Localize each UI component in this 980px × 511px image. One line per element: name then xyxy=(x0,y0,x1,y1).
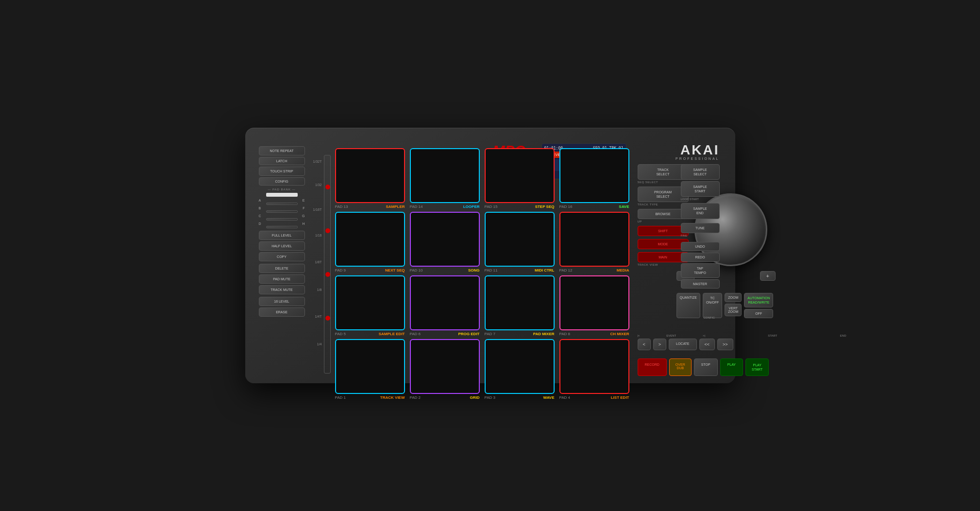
full-level-button[interactable]: FULL LEVEL xyxy=(259,231,305,240)
pad-11[interactable] xyxy=(485,212,555,267)
config-sub-label: CONFIG xyxy=(704,316,715,319)
pad-cell-7: PAD 7 PAD MIXER xyxy=(485,275,555,336)
nav-right-button[interactable]: > xyxy=(653,339,666,350)
locate-button[interactable]: LOCATE xyxy=(669,339,697,350)
quantize-button[interactable]: QUANTIZE xyxy=(676,293,700,318)
pad-8-func: CH MIXER xyxy=(610,332,629,336)
zoom-button[interactable]: ZOOM xyxy=(725,293,742,302)
redo-button[interactable]: REDO xyxy=(681,253,720,262)
sample-end-button[interactable]: SAMPLEEND xyxy=(681,203,720,219)
pad-13[interactable] xyxy=(335,148,405,203)
pad-row-2: PAD 9 NEXT SEQ PAD 10 SONG PAD 1 xyxy=(335,212,629,273)
pad-cell-12: PAD 12 MEDIA xyxy=(559,212,629,273)
sample-start-button[interactable]: SAMPLESTART xyxy=(681,181,720,197)
pad-9-func: NEXT SEQ xyxy=(385,268,405,273)
half-level-button[interactable]: HALF LEVEL xyxy=(259,241,305,251)
pad-3[interactable] xyxy=(485,339,555,394)
undo-button[interactable]: UNDO xyxy=(681,242,720,251)
pad-cell-6: PAD 6 PROG EDIT xyxy=(410,275,480,336)
pad-bank-f: F xyxy=(303,206,304,210)
pad-3-num: PAD 3 xyxy=(485,395,496,400)
pad-2[interactable] xyxy=(410,339,480,394)
pad-cell-15: PAD 15 STEP SEQ xyxy=(485,148,555,209)
pad-bank-label: — PAD BANK — xyxy=(259,188,305,191)
pad-mute-button[interactable]: PAD MUTE xyxy=(259,274,305,284)
indicator-4 xyxy=(325,316,330,321)
pad-13-func: SAMPLER xyxy=(386,204,405,209)
pad-cell-5: PAD 5 SAMPLE EDIT xyxy=(335,275,405,336)
loop-start-label: LOOP START xyxy=(681,198,720,201)
nav-end-label: END xyxy=(840,334,846,337)
pad-12-func: MEDIA xyxy=(617,268,629,273)
pad-12[interactable] xyxy=(559,212,629,267)
pad-16[interactable] xyxy=(559,148,629,203)
automation-button[interactable]: AUTOMATIONREAD/WRITE xyxy=(744,293,773,307)
plus-button[interactable]: + xyxy=(760,271,776,281)
pad-bank-h: H xyxy=(302,222,304,225)
middle-controls-row: QUANTIZE TCON/OFF ZOOM VERT ZOOM AUTOMAT… xyxy=(676,293,774,318)
pad-8[interactable] xyxy=(559,275,629,330)
copy-button[interactable]: COPY xyxy=(259,252,305,261)
master-button[interactable]: MASTER xyxy=(681,279,720,289)
config-button[interactable]: CONFIG xyxy=(259,177,305,186)
nav-iright-label: >| xyxy=(703,334,705,337)
tune-button[interactable]: TUNE xyxy=(681,223,720,233)
nav-left-button[interactable]: < xyxy=(638,339,651,350)
touch-strip-button[interactable]: TOUCH STRIP xyxy=(259,167,305,176)
track-mute-button[interactable]: TRACK MUTE xyxy=(259,285,305,294)
latch-button[interactable]: LATCH xyxy=(259,157,305,165)
indicator-3 xyxy=(325,272,330,277)
tc-onoff-button[interactable]: TCON/OFF xyxy=(703,293,722,318)
pad-6-num: PAD 6 xyxy=(410,332,421,336)
pad-row-1: PAD 13 SAMPLER PAD 14 LOOPER PAD xyxy=(335,148,629,209)
note-repeat-button[interactable]: NOTE REPEAT xyxy=(259,146,305,155)
stop-button[interactable]: STOP xyxy=(694,358,718,376)
record-button[interactable]: RECORD xyxy=(638,358,667,376)
pad-1[interactable] xyxy=(335,339,405,394)
pad-7[interactable] xyxy=(485,275,555,330)
pad-bank-slider-cg xyxy=(266,218,298,221)
pad-10[interactable] xyxy=(410,212,480,267)
plus-button-area: + xyxy=(760,271,776,281)
pad-cell-2: PAD 2 GRID xyxy=(410,339,480,400)
overdub-button[interactable]: OVER DUB xyxy=(669,358,692,376)
pad-cell-16: PAD 16 SAVE xyxy=(559,148,629,209)
pad-9[interactable] xyxy=(335,212,405,267)
sixteen-level-button[interactable]: 16 LEVEL xyxy=(259,297,305,306)
off-button[interactable]: OFF xyxy=(744,309,773,318)
mpc-studio-device: MPC STUDIO AKAI PROFESSIONAL 01:01:00 SE… xyxy=(245,128,735,383)
play-button[interactable]: PLAY xyxy=(720,358,743,376)
pad-cell-14: PAD 14 LOOPER xyxy=(410,148,480,209)
pad-cell-9: PAD 9 NEXT SEQ xyxy=(335,212,405,273)
touch-strip-slider[interactable] xyxy=(324,155,331,374)
play-start-button[interactable]: PLAYSTART xyxy=(745,358,769,376)
professional-text: PROFESSIONAL xyxy=(676,157,719,160)
pad-6[interactable] xyxy=(410,275,480,330)
pad-6-func: PROG EDIT xyxy=(458,332,479,336)
left-control-panel: NOTE REPEAT LATCH TOUCH STRIP CONFIG — P… xyxy=(259,146,305,317)
pad-4[interactable] xyxy=(559,339,629,394)
pad-2-num: PAD 2 xyxy=(410,395,421,400)
vert-zoom-button[interactable]: VERT ZOOM xyxy=(725,304,742,316)
pad-14-num: PAD 14 xyxy=(410,204,423,209)
dbl-right-button[interactable]: >> xyxy=(717,339,733,350)
note-mark-16t: 1/16T xyxy=(308,208,322,211)
akai-logo: AKAI PROFESSIONAL xyxy=(676,143,719,160)
pad-5[interactable] xyxy=(335,275,405,330)
pad-bank-g: G xyxy=(302,214,304,218)
dbl-left-button[interactable]: << xyxy=(699,339,715,350)
note-mark-32t: 1/32T xyxy=(308,160,322,163)
sample-select-button[interactable]: SAMPLESELECT xyxy=(681,164,720,180)
pad-bank-b: B xyxy=(259,206,261,210)
erase-button[interactable]: ERASE xyxy=(259,307,305,317)
nav-start-label: START xyxy=(768,334,777,337)
pad-cell-11: PAD 11 MIDI CTRL xyxy=(485,212,555,273)
pad-15[interactable] xyxy=(485,148,555,203)
pad-grid: PAD 13 SAMPLER PAD 14 LOOPER PAD xyxy=(335,148,629,400)
pad-row-4: PAD 1 TRACK VIEW PAD 2 GRID PAD xyxy=(335,339,629,400)
pad-14[interactable] xyxy=(410,148,480,203)
note-mark-8: 1/8 xyxy=(308,288,322,291)
tap-tempo-button[interactable]: TAPTEMPO xyxy=(681,263,720,278)
pad-16-num: PAD 16 xyxy=(559,204,573,209)
delete-button[interactable]: DELETE xyxy=(259,264,305,273)
